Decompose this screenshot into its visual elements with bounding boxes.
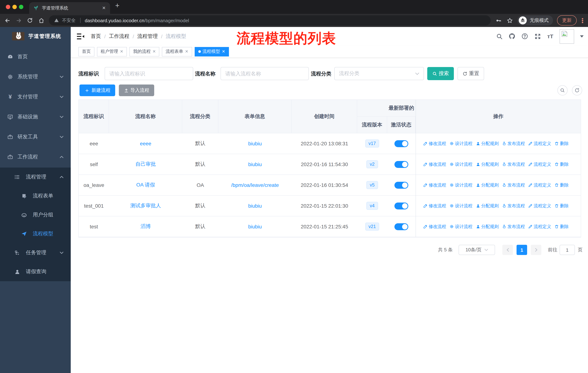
- tag-process-model[interactable]: 流程模型✕: [194, 47, 229, 56]
- close-icon[interactable]: ✕: [152, 49, 156, 54]
- active-toggle[interactable]: [394, 223, 408, 230]
- search-icon[interactable]: [496, 33, 503, 40]
- create-process-button[interactable]: ＋ 新建流程: [79, 84, 115, 96]
- cell-name-link[interactable]: 滔博: [141, 223, 151, 230]
- tag-process-form[interactable]: 流程表单✕: [162, 47, 192, 56]
- address-bar[interactable]: 不安全 dashboard.yudao.iocoder.cn/bpm/manag…: [49, 15, 491, 26]
- close-icon[interactable]: ✕: [185, 49, 188, 54]
- sidebar-item-user-group[interactable]: 用户分组: [0, 205, 71, 224]
- publish-process-link[interactable]: 发布流程: [502, 223, 525, 230]
- process-definition-link[interactable]: 流程定义: [528, 161, 551, 167]
- modify-process-link[interactable]: 修改流程: [423, 161, 446, 167]
- active-toggle[interactable]: [394, 140, 408, 147]
- version-tag[interactable]: v21: [365, 222, 379, 231]
- minimize-window-button[interactable]: [12, 5, 17, 9]
- sidebar-item-process-model[interactable]: 流程模型: [0, 224, 71, 243]
- delete-link[interactable]: 删除: [555, 223, 569, 230]
- modify-process-link[interactable]: 修改流程: [423, 182, 446, 188]
- page-size-select[interactable]: 10条/页: [459, 245, 495, 255]
- sidebar-item-process-management[interactable]: 流程管理: [0, 168, 71, 186]
- close-window-button[interactable]: [6, 5, 10, 9]
- design-process-link[interactable]: 设计流程: [450, 203, 472, 209]
- sidebar-item-payment[interactable]: ¥ 支付管理: [0, 87, 71, 107]
- reload-icon[interactable]: [26, 17, 33, 24]
- avatar-caret-icon[interactable]: [580, 35, 584, 37]
- tag-my-process[interactable]: 我的流程✕: [129, 47, 159, 56]
- cell-form-link[interactable]: /bpm/oa/leave/create: [231, 182, 279, 188]
- avatar[interactable]: [560, 29, 574, 43]
- filter-category-select[interactable]: 流程分类: [334, 67, 424, 80]
- cell-form-link[interactable]: biubiu: [248, 203, 262, 209]
- version-tag[interactable]: v4: [367, 202, 378, 210]
- sidebar-item-process-form[interactable]: 流程表单: [0, 186, 71, 205]
- forward-icon[interactable]: [15, 17, 22, 24]
- refresh-table-button[interactable]: [572, 85, 582, 95]
- tag-home[interactable]: 首页: [78, 47, 94, 56]
- filter-id-input[interactable]: [105, 67, 193, 80]
- delete-link[interactable]: 删除: [555, 161, 569, 167]
- assign-rule-link[interactable]: 分配规则: [476, 161, 499, 167]
- assign-rule-link[interactable]: 分配规则: [476, 182, 499, 188]
- assign-rule-link[interactable]: 分配规则: [476, 223, 499, 230]
- filter-name-input[interactable]: [220, 67, 309, 80]
- sidebar-item-workflow[interactable]: 工作流程: [0, 147, 71, 167]
- close-icon[interactable]: ✕: [120, 49, 123, 54]
- publish-process-link[interactable]: 发布流程: [502, 161, 525, 167]
- version-tag[interactable]: v2: [367, 160, 378, 169]
- browser-tab[interactable]: 芋道管理系统 ✕: [29, 2, 110, 14]
- publish-process-link[interactable]: 发布流程: [502, 182, 525, 188]
- delete-link[interactable]: 删除: [555, 141, 569, 147]
- delete-link[interactable]: 删除: [555, 203, 569, 209]
- cell-name-link[interactable]: 测试多审批人: [130, 202, 161, 209]
- browser-update-button[interactable]: 更新: [557, 15, 577, 26]
- fullscreen-icon[interactable]: [534, 33, 541, 40]
- breadcrumb-home[interactable]: 首页: [91, 33, 101, 40]
- font-size-icon[interactable]: ᴛT: [547, 33, 554, 40]
- publish-process-link[interactable]: 发布流程: [502, 141, 525, 147]
- tab-close-icon[interactable]: ✕: [102, 5, 106, 10]
- breadcrumb-workflow[interactable]: 工作流程: [109, 33, 129, 40]
- back-icon[interactable]: [4, 17, 11, 24]
- github-icon[interactable]: [509, 33, 515, 40]
- cell-form-link[interactable]: biubiu: [248, 224, 262, 230]
- active-toggle[interactable]: [394, 181, 408, 189]
- active-toggle[interactable]: [394, 202, 408, 209]
- close-icon[interactable]: ✕: [222, 49, 225, 54]
- browser-menu-icon[interactable]: •••: [581, 18, 584, 23]
- password-key-icon[interactable]: [495, 17, 502, 24]
- sidebar-item-task-management[interactable]: 任务管理: [0, 243, 71, 262]
- show-search-toggle-button[interactable]: [557, 85, 567, 95]
- goto-page-input[interactable]: [560, 245, 575, 255]
- process-definition-link[interactable]: 流程定义: [528, 223, 551, 230]
- sidebar-collapse-icon[interactable]: [77, 33, 84, 39]
- sidebar-item-infrastructure[interactable]: 基础设施: [0, 107, 71, 127]
- assign-rule-link[interactable]: 分配规则: [476, 203, 499, 209]
- page-number-button[interactable]: 1: [516, 245, 527, 255]
- publish-process-link[interactable]: 发布流程: [502, 203, 525, 209]
- cell-name-link[interactable]: 自己审批: [136, 161, 156, 168]
- import-process-button[interactable]: 导入流程: [119, 84, 154, 96]
- version-tag[interactable]: v5: [367, 181, 378, 189]
- maximize-window-button[interactable]: [19, 5, 23, 9]
- search-button[interactable]: 搜索: [427, 67, 454, 80]
- home-icon[interactable]: [38, 17, 45, 24]
- sidebar-item-devtools[interactable]: 研发工具: [0, 127, 71, 147]
- bookmark-star-icon[interactable]: [506, 17, 513, 24]
- cell-form-link[interactable]: biubiu: [248, 161, 262, 167]
- process-definition-link[interactable]: 流程定义: [528, 203, 551, 209]
- modify-process-link[interactable]: 修改流程: [423, 223, 446, 230]
- cell-name-link[interactable]: OA 请假: [136, 182, 155, 188]
- active-toggle[interactable]: [394, 161, 408, 168]
- help-icon[interactable]: [521, 33, 528, 40]
- prev-page-button[interactable]: [502, 245, 513, 255]
- process-definition-link[interactable]: 流程定义: [528, 182, 551, 188]
- sidebar-item-home[interactable]: 首页: [0, 47, 71, 67]
- design-process-link[interactable]: 设计流程: [450, 182, 472, 188]
- design-process-link[interactable]: 设计流程: [450, 141, 472, 147]
- sidebar-logo-row[interactable]: 芋道管理系统: [0, 27, 71, 46]
- modify-process-link[interactable]: 修改流程: [423, 203, 446, 209]
- sidebar-item-system[interactable]: 系统管理: [0, 67, 71, 87]
- cell-name-link[interactable]: eeee: [140, 141, 151, 146]
- version-tag[interactable]: v17: [365, 140, 379, 148]
- cell-form-link[interactable]: biubiu: [248, 141, 262, 146]
